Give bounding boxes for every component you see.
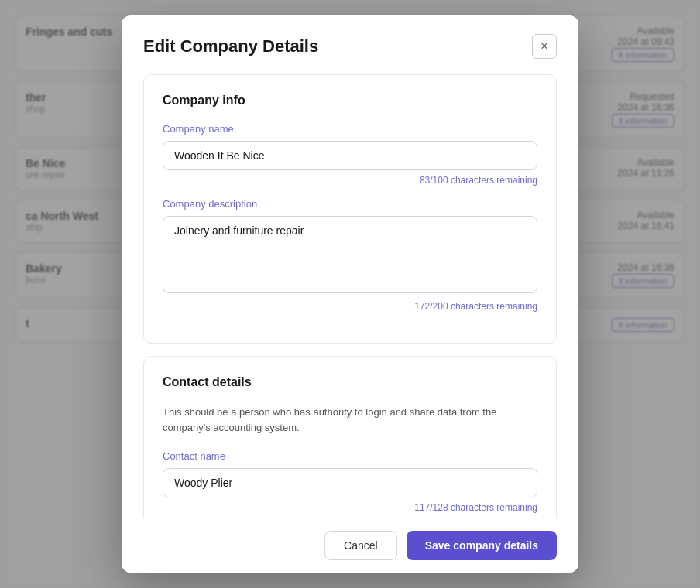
modal-body: Company info Company name 83/100 charact… — [122, 74, 578, 518]
contact-name-group: Contact name 117/128 characters remainin… — [163, 450, 537, 513]
modal-footer: Cancel Save company details — [122, 518, 578, 573]
edit-company-modal: Edit Company Details × Company info Comp… — [122, 15, 578, 573]
company-name-label: Company name — [163, 123, 537, 135]
save-button[interactable]: Save company details — [407, 531, 557, 560]
modal-title: Edit Company Details — [143, 36, 318, 56]
modal-header: Edit Company Details × — [122, 15, 578, 74]
contact-name-label: Contact name — [163, 450, 537, 462]
contact-details-title: Contact details — [163, 375, 537, 389]
contact-details-section: Contact details This should be a person … — [143, 356, 557, 518]
company-name-input[interactable] — [163, 141, 537, 170]
company-name-group: Company name 83/100 characters remaining — [163, 123, 537, 186]
contact-name-char-count: 117/128 characters remaining — [163, 502, 537, 513]
contact-details-subtitle: This should be a person who has authorit… — [163, 405, 537, 435]
company-info-title: Company info — [163, 94, 537, 108]
company-description-group: Company description 172/200 characters r… — [163, 198, 537, 312]
company-info-section: Company info Company name 83/100 charact… — [143, 74, 557, 344]
modal-overlay: Edit Company Details × Company info Comp… — [0, 0, 700, 588]
company-description-label: Company description — [163, 198, 537, 210]
modal-close-button[interactable]: × — [532, 34, 557, 59]
cancel-button[interactable]: Cancel — [324, 531, 397, 560]
contact-name-input[interactable] — [163, 468, 537, 497]
company-name-char-count: 83/100 characters remaining — [163, 175, 537, 186]
company-description-char-count: 172/200 characters remaining — [163, 301, 537, 312]
company-description-input[interactable] — [163, 216, 537, 293]
